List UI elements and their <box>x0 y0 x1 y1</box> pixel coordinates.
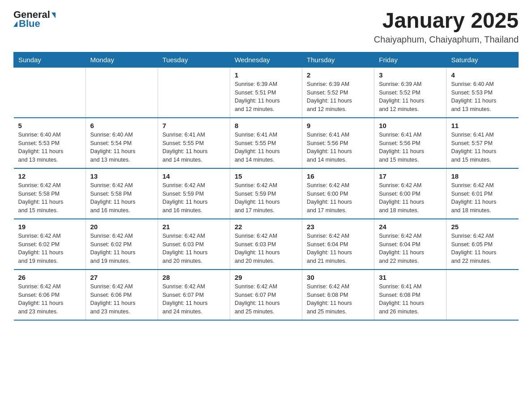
calendar-cell: 17Sunrise: 6:42 AMSunset: 6:00 PMDayligh… <box>374 168 446 219</box>
calendar-cell: 3Sunrise: 6:39 AMSunset: 5:52 PMDaylight… <box>374 67 446 118</box>
month-title: January 2025 <box>374 9 519 33</box>
day-info: Sunrise: 6:42 AMSunset: 6:04 PMDaylight:… <box>307 232 369 265</box>
day-info: Sunrise: 6:42 AMSunset: 5:58 PMDaylight:… <box>18 181 81 215</box>
day-info: Sunrise: 6:42 AMSunset: 6:07 PMDaylight:… <box>163 283 225 316</box>
calendar-header: SundayMondayTuesdayWednesdayThursdayFrid… <box>14 52 519 67</box>
calendar-cell: 5Sunrise: 6:40 AMSunset: 5:53 PMDaylight… <box>14 118 86 168</box>
day-info: Sunrise: 6:42 AMSunset: 6:04 PMDaylight:… <box>379 232 442 265</box>
calendar-body: 1Sunrise: 6:39 AMSunset: 5:51 PMDaylight… <box>14 67 519 320</box>
day-info: Sunrise: 6:39 AMSunset: 5:52 PMDaylight:… <box>307 80 369 114</box>
day-info: Sunrise: 6:41 AMSunset: 6:08 PMDaylight:… <box>379 283 442 316</box>
weekday-row: SundayMondayTuesdayWednesdayThursdayFrid… <box>14 52 519 67</box>
calendar-cell: 20Sunrise: 6:42 AMSunset: 6:02 PMDayligh… <box>86 219 158 270</box>
calendar-cell: 8Sunrise: 6:41 AMSunset: 5:55 PMDaylight… <box>230 118 302 168</box>
calendar-cell: 23Sunrise: 6:42 AMSunset: 6:04 PMDayligh… <box>302 219 374 270</box>
day-number: 10 <box>379 122 442 129</box>
day-number: 12 <box>18 172 81 180</box>
logo-text-blue: Blue <box>19 18 40 30</box>
day-info: Sunrise: 6:42 AMSunset: 6:00 PMDaylight:… <box>307 181 369 215</box>
week-row-5: 26Sunrise: 6:42 AMSunset: 6:06 PMDayligh… <box>14 270 519 320</box>
day-number: 28 <box>163 274 225 281</box>
week-row-3: 12Sunrise: 6:42 AMSunset: 5:58 PMDayligh… <box>14 168 519 219</box>
day-info: Sunrise: 6:41 AMSunset: 5:55 PMDaylight:… <box>163 131 225 164</box>
day-number: 16 <box>307 172 369 180</box>
calendar-cell: 12Sunrise: 6:42 AMSunset: 5:58 PMDayligh… <box>14 168 86 219</box>
calendar-cell: 28Sunrise: 6:42 AMSunset: 6:07 PMDayligh… <box>158 270 230 320</box>
day-info: Sunrise: 6:41 AMSunset: 5:55 PMDaylight:… <box>235 131 297 164</box>
day-number: 24 <box>379 223 442 231</box>
weekday-header-wednesday: Wednesday <box>230 52 302 67</box>
day-number: 17 <box>379 172 442 180</box>
day-number: 22 <box>235 223 297 231</box>
day-info: Sunrise: 6:42 AMSunset: 6:08 PMDaylight:… <box>307 283 369 316</box>
day-info: Sunrise: 6:39 AMSunset: 5:51 PMDaylight:… <box>235 80 297 114</box>
day-info: Sunrise: 6:42 AMSunset: 6:06 PMDaylight:… <box>18 283 81 316</box>
calendar-table: SundayMondayTuesdayWednesdayThursdayFrid… <box>13 52 519 321</box>
calendar-cell: 10Sunrise: 6:41 AMSunset: 5:56 PMDayligh… <box>374 118 446 168</box>
day-info: Sunrise: 6:41 AMSunset: 5:57 PMDaylight:… <box>451 131 514 164</box>
calendar-cell: 31Sunrise: 6:41 AMSunset: 6:08 PMDayligh… <box>374 270 446 320</box>
calendar-cell: 24Sunrise: 6:42 AMSunset: 6:04 PMDayligh… <box>374 219 446 270</box>
calendar-cell: 18Sunrise: 6:42 AMSunset: 6:01 PMDayligh… <box>446 168 519 219</box>
day-number: 25 <box>451 223 514 231</box>
day-number: 2 <box>307 71 369 79</box>
calendar-cell: 15Sunrise: 6:42 AMSunset: 5:59 PMDayligh… <box>230 168 302 219</box>
day-info: Sunrise: 6:42 AMSunset: 6:02 PMDaylight:… <box>18 232 81 265</box>
weekday-header-thursday: Thursday <box>302 52 374 67</box>
calendar-cell: 13Sunrise: 6:42 AMSunset: 5:58 PMDayligh… <box>86 168 158 219</box>
calendar-cell: 30Sunrise: 6:42 AMSunset: 6:08 PMDayligh… <box>302 270 374 320</box>
calendar-cell <box>14 67 86 118</box>
day-number: 7 <box>163 122 225 129</box>
day-info: Sunrise: 6:41 AMSunset: 5:56 PMDaylight:… <box>307 131 369 164</box>
day-info: Sunrise: 6:42 AMSunset: 6:02 PMDaylight:… <box>90 232 153 265</box>
calendar-cell: 6Sunrise: 6:40 AMSunset: 5:54 PMDaylight… <box>86 118 158 168</box>
day-number: 4 <box>451 71 514 79</box>
day-info: Sunrise: 6:40 AMSunset: 5:53 PMDaylight:… <box>18 131 81 164</box>
week-row-2: 5Sunrise: 6:40 AMSunset: 5:53 PMDaylight… <box>14 118 519 168</box>
calendar-cell: 14Sunrise: 6:42 AMSunset: 5:59 PMDayligh… <box>158 168 230 219</box>
day-info: Sunrise: 6:40 AMSunset: 5:53 PMDaylight:… <box>451 80 514 114</box>
day-number: 5 <box>18 122 81 129</box>
calendar-cell: 4Sunrise: 6:40 AMSunset: 5:53 PMDaylight… <box>446 67 519 118</box>
logo: General Blue <box>13 9 56 30</box>
day-info: Sunrise: 6:42 AMSunset: 5:58 PMDaylight:… <box>90 181 153 215</box>
weekday-header-tuesday: Tuesday <box>158 52 230 67</box>
day-info: Sunrise: 6:42 AMSunset: 6:03 PMDaylight:… <box>235 232 297 265</box>
weekday-header-saturday: Saturday <box>446 52 519 67</box>
calendar-cell: 19Sunrise: 6:42 AMSunset: 6:02 PMDayligh… <box>14 219 86 270</box>
logo-triangle-icon <box>51 13 56 18</box>
calendar-cell: 29Sunrise: 6:42 AMSunset: 6:07 PMDayligh… <box>230 270 302 320</box>
calendar-cell <box>86 67 158 118</box>
calendar-cell: 21Sunrise: 6:42 AMSunset: 6:03 PMDayligh… <box>158 219 230 270</box>
day-number: 27 <box>90 274 153 281</box>
day-info: Sunrise: 6:42 AMSunset: 5:59 PMDaylight:… <box>163 181 225 215</box>
day-info: Sunrise: 6:42 AMSunset: 6:06 PMDaylight:… <box>90 283 153 316</box>
calendar-cell: 2Sunrise: 6:39 AMSunset: 5:52 PMDaylight… <box>302 67 374 118</box>
day-info: Sunrise: 6:41 AMSunset: 5:56 PMDaylight:… <box>379 131 442 164</box>
day-number: 1 <box>235 71 297 79</box>
day-number: 13 <box>90 172 153 180</box>
calendar-cell: 26Sunrise: 6:42 AMSunset: 6:06 PMDayligh… <box>14 270 86 320</box>
day-number: 6 <box>90 122 153 129</box>
day-info: Sunrise: 6:40 AMSunset: 5:54 PMDaylight:… <box>90 131 153 164</box>
day-number: 26 <box>18 274 81 281</box>
day-info: Sunrise: 6:42 AMSunset: 6:03 PMDaylight:… <box>163 232 225 265</box>
day-number: 9 <box>307 122 369 129</box>
week-row-1: 1Sunrise: 6:39 AMSunset: 5:51 PMDaylight… <box>14 67 519 118</box>
page-header: General Blue January 2025 Chaiyaphum, Ch… <box>13 9 519 45</box>
calendar-cell: 7Sunrise: 6:41 AMSunset: 5:55 PMDaylight… <box>158 118 230 168</box>
day-number: 29 <box>235 274 297 281</box>
calendar-cell: 11Sunrise: 6:41 AMSunset: 5:57 PMDayligh… <box>446 118 519 168</box>
calendar-cell: 27Sunrise: 6:42 AMSunset: 6:06 PMDayligh… <box>86 270 158 320</box>
location-title: Chaiyaphum, Chaiyaphum, Thailand <box>374 34 519 45</box>
calendar-cell: 9Sunrise: 6:41 AMSunset: 5:56 PMDaylight… <box>302 118 374 168</box>
day-info: Sunrise: 6:42 AMSunset: 6:05 PMDaylight:… <box>451 232 514 265</box>
weekday-header-monday: Monday <box>86 52 158 67</box>
day-number: 21 <box>163 223 225 231</box>
day-number: 30 <box>307 274 369 281</box>
day-number: 31 <box>379 274 442 281</box>
week-row-4: 19Sunrise: 6:42 AMSunset: 6:02 PMDayligh… <box>14 219 519 270</box>
calendar-cell <box>446 270 519 320</box>
day-number: 3 <box>379 71 442 79</box>
calendar-cell: 1Sunrise: 6:39 AMSunset: 5:51 PMDaylight… <box>230 67 302 118</box>
